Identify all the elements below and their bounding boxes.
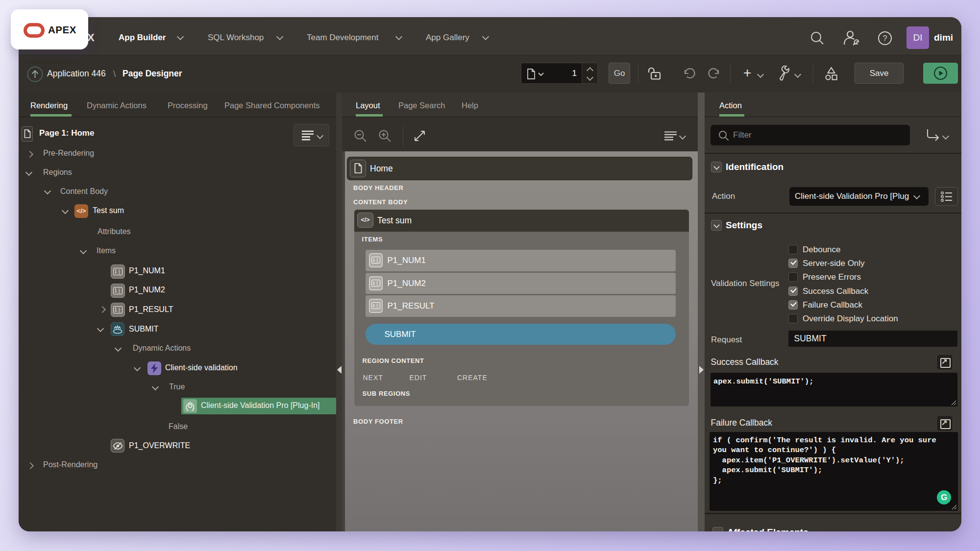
svg-text:?: ? bbox=[883, 34, 887, 43]
